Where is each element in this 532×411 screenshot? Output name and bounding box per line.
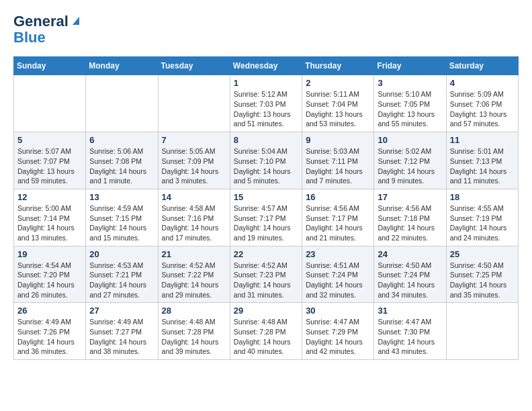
calendar-cell: 6Sunrise: 5:06 AMSunset: 7:08 PMDaylight… xyxy=(86,132,158,189)
logo: General Blue xyxy=(13,13,82,46)
header-tuesday: Tuesday xyxy=(158,57,230,75)
calendar-cell xyxy=(446,303,518,360)
day-number: 26 xyxy=(17,306,82,316)
day-info: Sunrise: 4:56 AMSunset: 7:18 PMDaylight:… xyxy=(378,203,442,243)
calendar-cell: 15Sunrise: 4:57 AMSunset: 7:17 PMDayligh… xyxy=(230,189,302,246)
day-info: Sunrise: 5:07 AMSunset: 7:07 PMDaylight:… xyxy=(17,146,82,186)
day-info: Sunrise: 5:04 AMSunset: 7:10 PMDaylight:… xyxy=(234,146,298,186)
header-saturday: Saturday xyxy=(446,57,518,75)
day-number: 17 xyxy=(378,192,442,202)
day-info: Sunrise: 4:49 AMSunset: 7:27 PMDaylight:… xyxy=(89,317,154,357)
calendar-cell: 28Sunrise: 4:48 AMSunset: 7:28 PMDayligh… xyxy=(158,303,230,360)
calendar-cell: 14Sunrise: 4:58 AMSunset: 7:16 PMDayligh… xyxy=(158,189,230,246)
day-info: Sunrise: 4:47 AMSunset: 7:30 PMDaylight:… xyxy=(378,317,442,357)
day-info: Sunrise: 5:12 AMSunset: 7:03 PMDaylight:… xyxy=(234,89,298,129)
calendar-row-5: 26Sunrise: 4:49 AMSunset: 7:26 PMDayligh… xyxy=(14,303,519,360)
day-number: 23 xyxy=(306,249,370,259)
day-info: Sunrise: 4:58 AMSunset: 7:16 PMDaylight:… xyxy=(162,203,226,243)
calendar-cell: 16Sunrise: 4:56 AMSunset: 7:17 PMDayligh… xyxy=(302,189,374,246)
day-number: 8 xyxy=(234,135,298,145)
header-sunday: Sunday xyxy=(14,57,86,75)
day-info: Sunrise: 4:47 AMSunset: 7:29 PMDaylight:… xyxy=(306,317,370,357)
day-number: 30 xyxy=(306,306,370,316)
logo-general: General xyxy=(13,13,69,30)
day-info: Sunrise: 5:10 AMSunset: 7:05 PMDaylight:… xyxy=(378,89,442,129)
days-header-row: SundayMondayTuesdayWednesdayThursdayFrid… xyxy=(14,57,519,75)
calendar-cell: 27Sunrise: 4:49 AMSunset: 7:27 PMDayligh… xyxy=(86,303,158,360)
day-info: Sunrise: 4:50 AMSunset: 7:24 PMDaylight:… xyxy=(378,261,442,300)
calendar-cell: 31Sunrise: 4:47 AMSunset: 7:30 PMDayligh… xyxy=(374,303,446,360)
calendar-row-1: 1Sunrise: 5:12 AMSunset: 7:03 PMDaylight… xyxy=(14,75,519,132)
day-number: 20 xyxy=(89,249,154,259)
day-info: Sunrise: 5:03 AMSunset: 7:11 PMDaylight:… xyxy=(306,146,370,186)
day-number: 2 xyxy=(306,78,370,88)
calendar-row-2: 5Sunrise: 5:07 AMSunset: 7:07 PMDaylight… xyxy=(14,132,519,189)
calendar-cell: 29Sunrise: 4:48 AMSunset: 7:28 PMDayligh… xyxy=(230,303,302,360)
day-info: Sunrise: 5:00 AMSunset: 7:14 PMDaylight:… xyxy=(17,203,82,243)
calendar-cell: 8Sunrise: 5:04 AMSunset: 7:10 PMDaylight… xyxy=(230,132,302,189)
calendar-cell: 12Sunrise: 5:00 AMSunset: 7:14 PMDayligh… xyxy=(14,189,86,246)
day-number: 28 xyxy=(162,306,226,316)
calendar-cell xyxy=(158,75,230,132)
day-number: 22 xyxy=(234,249,298,259)
day-info: Sunrise: 4:50 AMSunset: 7:25 PMDaylight:… xyxy=(450,261,515,300)
day-number: 9 xyxy=(306,135,370,145)
day-info: Sunrise: 5:06 AMSunset: 7:08 PMDaylight:… xyxy=(89,146,154,186)
calendar-cell: 25Sunrise: 4:50 AMSunset: 7:25 PMDayligh… xyxy=(446,246,518,303)
day-info: Sunrise: 4:48 AMSunset: 7:28 PMDaylight:… xyxy=(234,317,298,357)
day-info: Sunrise: 5:09 AMSunset: 7:06 PMDaylight:… xyxy=(450,89,515,129)
day-info: Sunrise: 4:48 AMSunset: 7:28 PMDaylight:… xyxy=(162,317,226,357)
calendar-cell: 20Sunrise: 4:53 AMSunset: 7:21 PMDayligh… xyxy=(86,246,158,303)
calendar-cell: 9Sunrise: 5:03 AMSunset: 7:11 PMDaylight… xyxy=(302,132,374,189)
day-number: 6 xyxy=(89,135,154,145)
day-number: 15 xyxy=(234,192,298,202)
calendar-cell: 24Sunrise: 4:50 AMSunset: 7:24 PMDayligh… xyxy=(374,246,446,303)
day-info: Sunrise: 4:53 AMSunset: 7:21 PMDaylight:… xyxy=(89,261,154,300)
day-info: Sunrise: 4:55 AMSunset: 7:19 PMDaylight:… xyxy=(450,203,515,243)
day-number: 24 xyxy=(378,249,442,259)
header-wednesday: Wednesday xyxy=(230,57,302,75)
day-number: 11 xyxy=(450,135,515,145)
calendar-cell: 22Sunrise: 4:52 AMSunset: 7:23 PMDayligh… xyxy=(230,246,302,303)
day-number: 7 xyxy=(162,135,226,145)
calendar-cell: 18Sunrise: 4:55 AMSunset: 7:19 PMDayligh… xyxy=(446,189,518,246)
calendar-cell: 21Sunrise: 4:52 AMSunset: 7:22 PMDayligh… xyxy=(158,246,230,303)
day-number: 4 xyxy=(450,78,515,88)
day-info: Sunrise: 4:56 AMSunset: 7:17 PMDaylight:… xyxy=(306,203,370,243)
day-info: Sunrise: 5:02 AMSunset: 7:12 PMDaylight:… xyxy=(378,146,442,186)
header-thursday: Thursday xyxy=(302,57,374,75)
calendar-row-3: 12Sunrise: 5:00 AMSunset: 7:14 PMDayligh… xyxy=(14,189,519,246)
calendar-cell: 17Sunrise: 4:56 AMSunset: 7:18 PMDayligh… xyxy=(374,189,446,246)
day-number: 29 xyxy=(234,306,298,316)
header-monday: Monday xyxy=(86,57,158,75)
calendar-cell xyxy=(14,75,86,132)
calendar-cell: 26Sunrise: 4:49 AMSunset: 7:26 PMDayligh… xyxy=(14,303,86,360)
calendar-row-4: 19Sunrise: 4:54 AMSunset: 7:20 PMDayligh… xyxy=(14,246,519,303)
logo-icon xyxy=(70,14,82,26)
day-number: 5 xyxy=(17,135,82,145)
day-info: Sunrise: 4:54 AMSunset: 7:20 PMDaylight:… xyxy=(17,261,82,300)
day-number: 10 xyxy=(378,135,442,145)
calendar-table: SundayMondayTuesdayWednesdayThursdayFrid… xyxy=(13,56,519,360)
day-number: 14 xyxy=(162,192,226,202)
day-info: Sunrise: 4:57 AMSunset: 7:17 PMDaylight:… xyxy=(234,203,298,243)
calendar-cell: 23Sunrise: 4:51 AMSunset: 7:24 PMDayligh… xyxy=(302,246,374,303)
calendar-cell: 11Sunrise: 5:01 AMSunset: 7:13 PMDayligh… xyxy=(446,132,518,189)
calendar-cell: 10Sunrise: 5:02 AMSunset: 7:12 PMDayligh… xyxy=(374,132,446,189)
day-number: 12 xyxy=(17,192,82,202)
header-friday: Friday xyxy=(374,57,446,75)
day-info: Sunrise: 4:52 AMSunset: 7:23 PMDaylight:… xyxy=(234,261,298,300)
day-number: 21 xyxy=(162,249,226,259)
day-info: Sunrise: 4:52 AMSunset: 7:22 PMDaylight:… xyxy=(162,261,226,300)
day-info: Sunrise: 4:59 AMSunset: 7:15 PMDaylight:… xyxy=(89,203,154,243)
day-info: Sunrise: 4:51 AMSunset: 7:24 PMDaylight:… xyxy=(306,261,370,300)
calendar-cell: 30Sunrise: 4:47 AMSunset: 7:29 PMDayligh… xyxy=(302,303,374,360)
day-number: 3 xyxy=(378,78,442,88)
calendar-cell xyxy=(86,75,158,132)
svg-marker-0 xyxy=(73,17,79,25)
calendar-cell: 19Sunrise: 4:54 AMSunset: 7:20 PMDayligh… xyxy=(14,246,86,303)
day-number: 31 xyxy=(378,306,442,316)
day-number: 13 xyxy=(89,192,154,202)
day-number: 27 xyxy=(89,306,154,316)
day-info: Sunrise: 5:01 AMSunset: 7:13 PMDaylight:… xyxy=(450,146,515,186)
